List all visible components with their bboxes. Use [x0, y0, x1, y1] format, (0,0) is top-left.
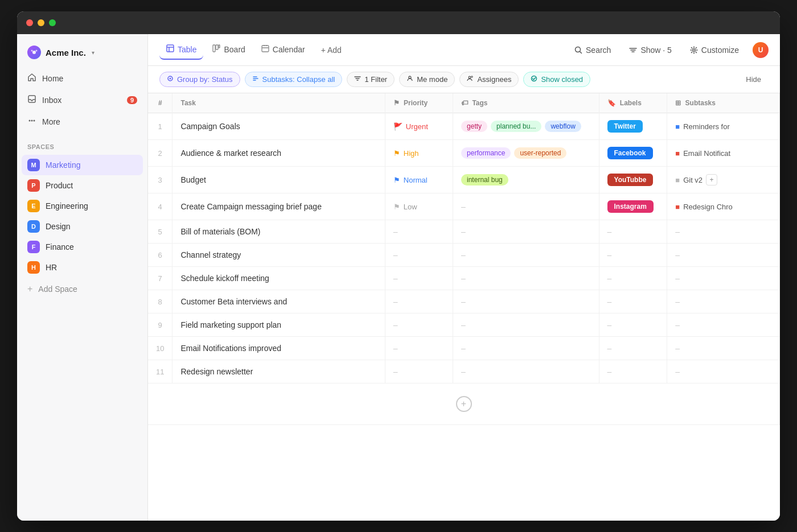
toolbar: Table Board Calendar	[148, 34, 780, 66]
table-row: 4 Create Campaign messaging brief page ⚑…	[148, 193, 780, 220]
sidebar-item-engineering[interactable]: E Engineering	[22, 196, 143, 216]
tag[interactable]: user-reported	[514, 147, 566, 159]
sidebar-item-more[interactable]: More	[22, 112, 143, 132]
tasks-table: # Task ⚑ Priority 🏷 Tags	[148, 93, 780, 425]
col-labels: 🔖 Labels	[599, 93, 667, 113]
task-name: Budget	[180, 175, 206, 184]
show-closed-chip[interactable]: Show closed	[523, 72, 590, 87]
task-cell[interactable]: Budget	[172, 167, 385, 193]
tag[interactable]: internal bug	[461, 174, 508, 185]
assignees-chip[interactable]: Assignees	[459, 72, 519, 87]
subtask-cell[interactable]: ■ Email Notificat	[667, 140, 780, 167]
group-by-label: Group by: Status	[177, 75, 233, 84]
tags-cell: –	[453, 290, 599, 314]
user-avatar[interactable]: U	[753, 42, 769, 58]
filter-chip[interactable]: 1 Filter	[347, 72, 395, 87]
priority-cell: –	[385, 290, 453, 314]
priority-col-icon: ⚑	[393, 99, 400, 107]
task-name: Create Campaign messaging brief page	[180, 202, 321, 211]
subtask-cell: –	[667, 290, 780, 314]
priority-cell[interactable]: ⚑ High	[385, 140, 453, 167]
table-container: # Task ⚑ Priority 🏷 Tags	[148, 93, 780, 521]
add-task-button[interactable]: +	[456, 396, 472, 412]
tab-table-label: Table	[178, 45, 196, 54]
label-cell[interactable]: Instagram	[599, 193, 667, 220]
sidebar-item-design[interactable]: D Design	[22, 216, 143, 237]
group-by-chip[interactable]: Group by: Status	[159, 72, 240, 87]
show-button[interactable]: Show · 5	[625, 42, 676, 58]
label-badge: YouTubbe	[607, 174, 654, 186]
sidebar-item-more-label: More	[42, 117, 60, 126]
spaces-list: M Marketing P Product E Engineering D De…	[22, 155, 143, 278]
col-labels-label: Labels	[620, 99, 642, 107]
tag[interactable]: performance	[461, 147, 511, 159]
task-cell[interactable]: Bill of materials (BOM)	[172, 220, 385, 244]
subtask-cell: –	[667, 337, 780, 360]
sidebar: Acme Inc. ▾ Home Inbox 9	[17, 34, 148, 521]
tab-table[interactable]: Table	[159, 40, 203, 60]
spaces-header: Spaces	[22, 141, 143, 152]
task-cell[interactable]: Audience & market research	[172, 140, 385, 167]
task-cell[interactable]: Channel strategy	[172, 244, 385, 267]
priority-flag-icon: ⚑	[393, 176, 400, 184]
toolbar-tabs: Table Board Calendar	[159, 40, 348, 60]
priority-cell[interactable]: ⚑ Low	[385, 193, 453, 220]
table-row: 8 Customer Beta interviews and – – – –	[148, 290, 780, 314]
subtask-cell: –	[667, 267, 780, 290]
minimize-button[interactable]	[38, 19, 44, 26]
label-cell[interactable]: YouTubbe	[599, 167, 667, 193]
task-cell[interactable]: Customer Beta interviews and	[172, 290, 385, 314]
task-cell[interactable]: Create Campaign messaging brief page	[172, 193, 385, 220]
brand-button[interactable]: Acme Inc. ▾	[22, 41, 143, 64]
add-space-button[interactable]: + Add Space	[22, 280, 143, 298]
add-view-button[interactable]: + Add	[314, 41, 348, 59]
tag[interactable]: getty	[461, 121, 487, 132]
tag[interactable]: planned bu...	[491, 121, 541, 132]
subtask-cell[interactable]: ■ Reminders for	[667, 113, 780, 140]
sidebar-item-product[interactable]: P Product	[22, 175, 143, 196]
table-row: 11 Redesign newsletter – – – –	[148, 360, 780, 383]
inbox-badge: 9	[127, 96, 137, 104]
subtask-cell[interactable]: ■ Redesign Chro	[667, 193, 780, 220]
add-row: +	[148, 383, 780, 425]
hide-button[interactable]: Hide	[738, 72, 769, 87]
sidebar-item-inbox[interactable]: Inbox 9	[22, 90, 143, 110]
label-cell[interactable]: Facebook	[599, 140, 667, 167]
task-name: Email Notifications improved	[180, 344, 281, 353]
search-button[interactable]: Search	[570, 42, 615, 58]
subtask-cell: –	[667, 244, 780, 267]
label-cell[interactable]: Twitter	[599, 113, 667, 140]
priority-cell[interactable]: 🚩 Urgent	[385, 113, 453, 140]
table-row: 7 Schedule kickoff meeting – – – –	[148, 267, 780, 290]
subtasks-chip[interactable]: Subtasks: Collapse all	[245, 72, 343, 87]
subtask-cell[interactable]: ■ Git v2 +	[667, 167, 780, 193]
tag[interactable]: webflow	[545, 121, 581, 132]
task-cell[interactable]: Field marketing support plan	[172, 314, 385, 337]
brand-logo	[27, 46, 41, 59]
table-row: 2 Audience & market research ⚑ High	[148, 140, 780, 167]
task-cell[interactable]: Redesign newsletter	[172, 360, 385, 383]
finance-label: Finance	[46, 242, 74, 251]
tags-cell: getty planned bu... webflow	[453, 113, 599, 140]
plus-badge-button[interactable]: +	[706, 174, 717, 185]
task-cell[interactable]: Schedule kickoff meeting	[172, 267, 385, 290]
priority-cell[interactable]: ⚑ Normal	[385, 167, 453, 193]
me-mode-chip[interactable]: Me mode	[399, 72, 455, 87]
row-num: 7	[148, 267, 172, 290]
sidebar-item-finance[interactable]: F Finance	[22, 237, 143, 257]
tab-board[interactable]: Board	[206, 40, 252, 60]
priority-label: Urgent	[406, 122, 428, 131]
task-cell[interactable]: Campaign Goals	[172, 113, 385, 140]
customize-button[interactable]: Customize	[685, 42, 743, 58]
subtask-text: Reminders for	[683, 122, 730, 131]
sidebar-item-hr[interactable]: H HR	[22, 257, 143, 278]
priority-cell: –	[385, 360, 453, 383]
sidebar-item-marketing[interactable]: M Marketing	[22, 155, 143, 175]
close-button[interactable]	[26, 19, 33, 26]
tab-calendar[interactable]: Calendar	[254, 40, 312, 60]
col-task-label: Task	[180, 99, 195, 107]
maximize-button[interactable]	[49, 19, 56, 26]
group-by-icon	[167, 75, 174, 84]
sidebar-item-home[interactable]: Home	[22, 68, 143, 89]
task-cell[interactable]: Email Notifications improved	[172, 337, 385, 360]
